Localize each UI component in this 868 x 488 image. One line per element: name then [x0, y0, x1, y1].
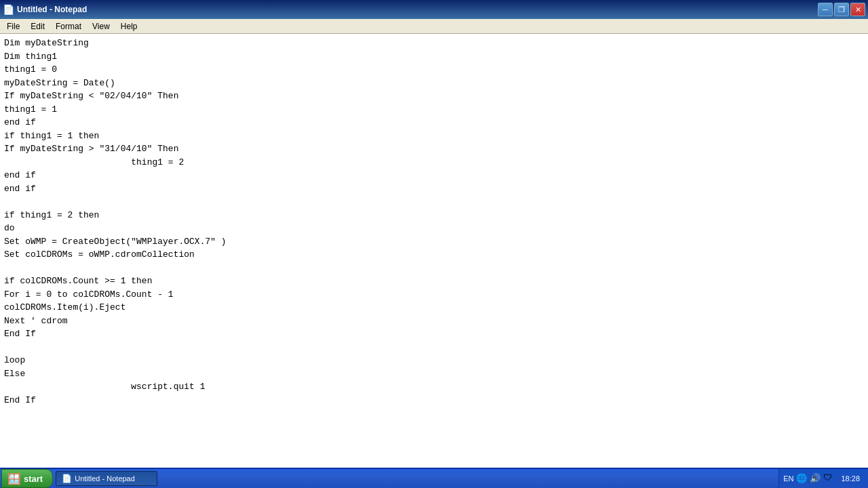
taskbar-notepad[interactable]: 📄 Untitled - Notepad: [56, 471, 157, 486]
app-icon: 📄: [3, 4, 14, 15]
taskbar-notepad-icon: 📄: [62, 474, 72, 483]
titlebar-buttons: ─ ❐ ✕: [818, 3, 865, 16]
system-clock: 18:28: [837, 474, 864, 483]
minimize-button[interactable]: ─: [818, 3, 833, 16]
volume-icon: 🔊: [810, 473, 821, 484]
network-icon: 🌐: [796, 473, 807, 484]
taskbar-notepad-label: Untitled - Notepad: [75, 474, 135, 483]
taskbar-items: 📄 Untitled - Notepad: [53, 471, 778, 486]
start-button[interactable]: 🪟 start: [1, 469, 53, 488]
close-button[interactable]: ✕: [850, 3, 865, 16]
start-label: start: [24, 474, 43, 484]
restore-button[interactable]: ❐: [834, 3, 849, 16]
editor-container: Dim myDateString Dim thing1 thing1 = 0 m…: [0, 34, 868, 468]
titlebar-left: 📄 Untitled - Notepad: [3, 4, 87, 15]
security-icon: 🛡: [823, 473, 834, 484]
menubar: File Edit Format View Help: [0, 19, 868, 34]
titlebar-title: Untitled - Notepad: [17, 5, 87, 14]
menu-view[interactable]: View: [87, 20, 115, 33]
titlebar: 📄 Untitled - Notepad ─ ❐ ✕: [0, 0, 868, 19]
text-editor[interactable]: Dim myDateString Dim thing1 thing1 = 0 m…: [0, 34, 868, 468]
menu-edit[interactable]: Edit: [25, 20, 50, 33]
menu-help[interactable]: Help: [115, 20, 143, 33]
lang-indicator: EN: [783, 474, 793, 483]
menu-file[interactable]: File: [1, 20, 25, 33]
taskbar: 🪟 start 📄 Untitled - Notepad EN 🌐 🔊 🛡 18…: [0, 468, 868, 488]
systray: EN 🌐 🔊 🛡 18:28: [778, 469, 868, 488]
menu-format[interactable]: Format: [50, 20, 87, 33]
